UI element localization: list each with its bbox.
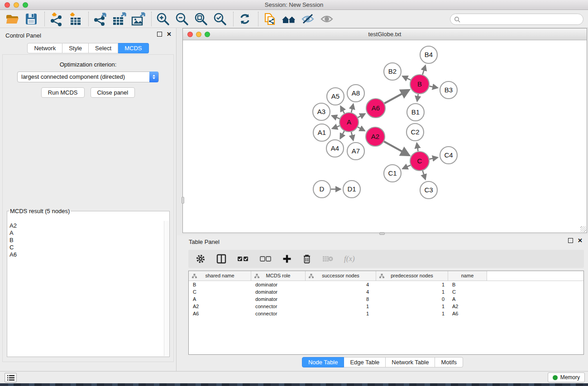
table-row[interactable]: Adominator80A xyxy=(189,295,583,303)
graph-edge-A-A1[interactable] xyxy=(332,126,339,129)
column-header-name[interactable]: name xyxy=(448,271,487,281)
hide-panels-button[interactable] xyxy=(300,11,316,27)
delete-table-button[interactable] xyxy=(322,253,333,265)
close-panel-icon[interactable]: ✕ xyxy=(578,238,583,243)
table-cell-predecessor-nodes[interactable]: 1 xyxy=(376,288,448,295)
minimize-window-icon[interactable] xyxy=(196,32,201,37)
close-window-icon[interactable] xyxy=(5,2,10,8)
mcds-result-item[interactable]: A6 xyxy=(10,251,164,258)
unselect-all-button[interactable] xyxy=(260,253,272,265)
task-history-button[interactable] xyxy=(5,373,17,382)
table-cell-name[interactable]: A2 xyxy=(448,303,487,310)
save-session-button[interactable] xyxy=(24,11,39,27)
node-table[interactable]: shared nameMCDS rolesuccessor nodesprede… xyxy=(188,271,584,355)
graph-edge-C-C1[interactable] xyxy=(403,165,411,169)
float-panel-icon[interactable] xyxy=(568,238,573,243)
splitter-handle[interactable] xyxy=(182,197,184,204)
table-cell-predecessor-nodes[interactable]: 1 xyxy=(376,303,448,310)
tab-select[interactable]: Select xyxy=(89,43,118,53)
export-table-button[interactable] xyxy=(111,11,127,27)
graph-edge-C-C2[interactable] xyxy=(417,143,418,152)
table-cell-successor-nodes[interactable]: 1 xyxy=(306,310,376,317)
graph-edge-A-A6[interactable] xyxy=(358,114,365,118)
table-cell-successor-nodes[interactable]: 4 xyxy=(306,288,376,295)
clone-network-button[interactable] xyxy=(262,11,277,27)
run-mcds-button[interactable]: Run MCDS xyxy=(41,87,85,98)
float-panel-icon[interactable] xyxy=(157,32,162,37)
column-header-MCDS-role[interactable]: MCDS role xyxy=(251,271,306,281)
table-cell-successor-nodes[interactable]: 4 xyxy=(306,281,376,288)
network-window-titlebar[interactable]: testGlobe.txt xyxy=(183,29,587,40)
table-cell-shared-name[interactable]: A xyxy=(189,295,251,303)
mcds-result-item[interactable]: C xyxy=(10,244,164,251)
table-cell-name[interactable]: C xyxy=(448,288,487,295)
zoom-fit-button[interactable] xyxy=(193,11,209,27)
graph-edge-A-A3[interactable] xyxy=(332,116,339,119)
criterion-dropdown[interactable]: largest connected component (directed) xyxy=(17,71,159,82)
mcds-result-item[interactable]: A xyxy=(10,229,164,237)
close-panel-button[interactable]: Close panel xyxy=(91,87,135,98)
table-cell-mcds-role[interactable]: connector xyxy=(251,303,306,310)
graph-edge-B-B1[interactable] xyxy=(417,94,418,101)
tab-network[interactable]: Network xyxy=(27,43,62,53)
home-button[interactable] xyxy=(281,11,296,27)
graph-edge-A-A5[interactable] xyxy=(341,106,344,113)
tab-network-table[interactable]: Network Table xyxy=(386,357,435,367)
table-cell-name[interactable]: B xyxy=(448,281,487,288)
tab-mcds[interactable]: MCDS xyxy=(118,43,148,53)
zoom-window-icon[interactable] xyxy=(205,32,210,37)
tab-motifs[interactable]: Motifs xyxy=(435,357,463,367)
delete-column-button[interactable] xyxy=(302,253,311,265)
function-builder-button[interactable]: f(x) xyxy=(344,253,355,265)
table-cell-predecessor-nodes[interactable]: 1 xyxy=(376,310,448,317)
graph-edge-B-B2[interactable] xyxy=(403,76,411,80)
graph-edge-C-C3[interactable] xyxy=(423,171,425,179)
export-network-button[interactable] xyxy=(92,11,108,27)
graph-edge-A-A4[interactable] xyxy=(340,131,344,138)
show-columns-button[interactable] xyxy=(216,253,226,265)
table-cell-successor-nodes[interactable]: 1 xyxy=(306,303,376,310)
table-cell-name[interactable]: A xyxy=(448,295,487,303)
table-row[interactable]: A2connector11A2 xyxy=(189,303,583,310)
mcds-result-item[interactable]: A2 xyxy=(10,222,164,229)
column-header-successor-nodes[interactable]: successor nodes xyxy=(306,271,376,281)
add-column-button[interactable] xyxy=(282,253,292,265)
table-cell-mcds-role[interactable]: dominator xyxy=(251,288,306,295)
table-row[interactable]: Bdominator41B xyxy=(189,281,583,288)
refresh-button[interactable] xyxy=(237,11,253,27)
splitter-handle[interactable] xyxy=(379,232,385,235)
zoom-selected-button[interactable] xyxy=(212,11,228,27)
show-panels-button[interactable] xyxy=(319,11,335,27)
graph-edge-C-C4[interactable] xyxy=(430,157,438,159)
minimize-window-icon[interactable] xyxy=(14,2,19,8)
close-window-icon[interactable] xyxy=(187,32,193,37)
graph-edge-A2-C[interactable] xyxy=(384,142,409,155)
table-cell-shared-name[interactable]: C xyxy=(189,288,251,295)
graph-edge-A6-B[interactable] xyxy=(384,90,409,104)
graph-edge-A-A7[interactable] xyxy=(351,132,353,140)
zoom-window-icon[interactable] xyxy=(23,2,28,8)
tab-edge-table[interactable]: Edge Table xyxy=(344,357,386,367)
network-canvas[interactable]: B4B2BB3A5A8A6A3B1AA1C2A2A4A7C4CC1DD1C3 xyxy=(183,40,587,233)
select-all-button[interactable] xyxy=(237,253,249,265)
table-row[interactable]: A6connector11A6 xyxy=(189,310,583,317)
column-header-predecessor-nodes[interactable]: predecessor nodes xyxy=(376,271,448,281)
zoom-out-button[interactable] xyxy=(174,11,190,27)
table-row[interactable]: Cdominator41C xyxy=(189,288,583,295)
graph-edge-B-B4[interactable] xyxy=(422,66,425,75)
mcds-result-item[interactable]: B xyxy=(10,237,164,244)
table-cell-successor-nodes[interactable]: 8 xyxy=(306,295,376,303)
close-panel-icon[interactable]: ✕ xyxy=(167,32,172,37)
mcds-result-list[interactable]: A2ABCA6 xyxy=(8,221,164,356)
resize-grip[interactable] xyxy=(580,226,586,232)
export-image-button[interactable] xyxy=(130,11,146,27)
zoom-in-button[interactable] xyxy=(155,11,171,27)
network-graph[interactable]: B4B2BB3A5A8A6A3B1AA1C2A2A4A7C4CC1DD1C3 xyxy=(183,40,587,233)
table-cell-mcds-role[interactable]: dominator xyxy=(251,281,306,288)
graph-edge-A-A2[interactable] xyxy=(358,127,364,131)
table-settings-button[interactable] xyxy=(196,253,206,265)
tab-node-table[interactable]: Node Table xyxy=(302,357,344,367)
table-cell-shared-name[interactable]: B xyxy=(189,281,251,288)
table-cell-predecessor-nodes[interactable]: 1 xyxy=(376,281,448,288)
table-cell-predecessor-nodes[interactable]: 0 xyxy=(376,295,448,303)
